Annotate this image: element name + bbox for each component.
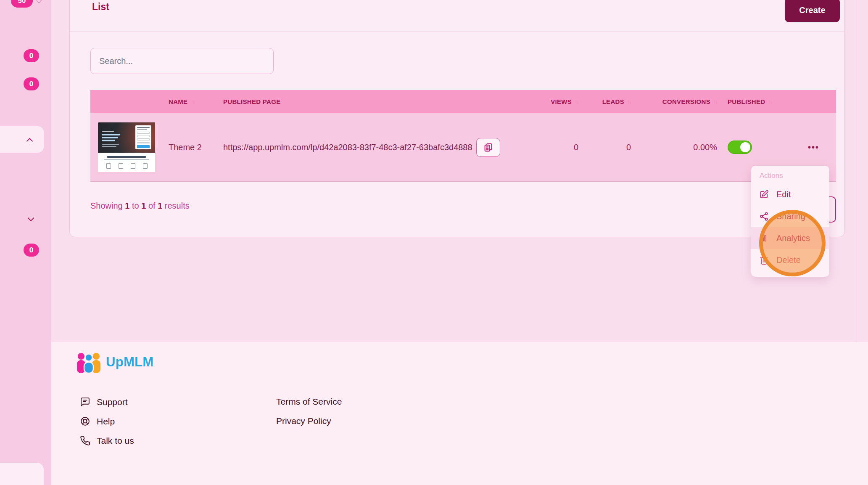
published-page-url: https://app.upmlm.com/lp/d42a2083-83f7-4… bbox=[223, 143, 472, 152]
sort-icon: ↑↓ bbox=[575, 98, 578, 105]
summary-total: 1 bbox=[158, 201, 162, 210]
footer-link-label: Terms of Service bbox=[276, 397, 342, 407]
menu-item-edit[interactable]: Edit bbox=[751, 183, 829, 205]
sort-icon: ↑↓ bbox=[713, 98, 717, 105]
clipboard-icon bbox=[483, 142, 494, 153]
actions-cell: ••• bbox=[789, 142, 836, 153]
sidebar-badge-1: 0 bbox=[24, 49, 39, 62]
footer-link-talk-to-us[interactable]: Talk to us bbox=[80, 435, 134, 446]
sidebar-counter-badge: 50 bbox=[11, 0, 33, 8]
column-header-views[interactable]: VIEWS ↑↓ bbox=[517, 98, 583, 105]
footer-link-label: Talk to us bbox=[97, 436, 134, 446]
footer-link-label: Privacy Policy bbox=[276, 416, 331, 426]
summary-to: 1 bbox=[141, 201, 146, 210]
actions-menu-label: Actions bbox=[751, 171, 829, 183]
phone-icon bbox=[80, 435, 90, 446]
summary-from: 1 bbox=[125, 201, 129, 210]
column-header-leads[interactable]: LEADS ↑↓ bbox=[583, 98, 635, 105]
copy-url-button[interactable] bbox=[476, 138, 500, 157]
footer-link-support[interactable]: Support bbox=[80, 397, 128, 407]
sort-icon: ↑↓ bbox=[190, 98, 194, 105]
thumbnail-hero bbox=[98, 122, 155, 153]
footer-link-label: Support bbox=[97, 397, 128, 407]
conversions-value: 0.00% bbox=[635, 143, 721, 152]
row-actions-button[interactable]: ••• bbox=[805, 142, 822, 153]
summary-text: results bbox=[162, 201, 189, 210]
brand-name: UpMLM bbox=[106, 355, 153, 370]
help-lifebuoy-icon bbox=[80, 416, 90, 427]
app-root: 50 ♡ 0 0 0 List Create NAME ↑↓ PUBLI bbox=[0, 0, 868, 485]
footer-link-privacy[interactable]: Privacy Policy bbox=[276, 416, 331, 426]
chat-bubble-icon bbox=[80, 397, 90, 407]
pages-table: NAME ↑↓ PUBLISHED PAGE VIEWS ↑↓ LEADS ↑↓… bbox=[90, 90, 836, 182]
list-card: List Create NAME ↑↓ PUBLISHED PAGE VIEWS… bbox=[69, 0, 845, 237]
footer-link-label: Help bbox=[97, 416, 115, 427]
sort-icon: ↑↓ bbox=[627, 98, 631, 105]
thumbnail-cell bbox=[90, 122, 164, 172]
footer-link-terms[interactable]: Terms of Service bbox=[276, 397, 342, 407]
column-header-published[interactable]: PUBLISHED ↑↓ bbox=[721, 98, 789, 105]
chevron-down-icon[interactable] bbox=[28, 215, 34, 222]
sidebar-item-expanded[interactable] bbox=[0, 126, 44, 153]
column-header-name[interactable]: NAME ↑↓ bbox=[164, 98, 223, 105]
card-header: List Create bbox=[70, 0, 844, 32]
toggle-knob bbox=[740, 142, 750, 152]
column-label: PUBLISHED bbox=[728, 98, 765, 105]
thumbnail-form bbox=[135, 125, 151, 149]
menu-item-label: Edit bbox=[776, 190, 791, 199]
table-row: Theme 2 https://app.upmlm.com/lp/d42a208… bbox=[90, 113, 836, 182]
published-page-cell: https://app.upmlm.com/lp/d42a2083-83f7-4… bbox=[223, 138, 517, 157]
footer-link-help[interactable]: Help bbox=[80, 416, 115, 427]
column-header-conversions[interactable]: CONVERSIONS ↑↓ bbox=[635, 98, 721, 105]
page-title: List bbox=[92, 1, 109, 13]
published-cell bbox=[721, 140, 789, 154]
summary-text: of bbox=[146, 201, 158, 210]
results-summary: Showing 1 to 1 of 1 results bbox=[90, 201, 190, 211]
leads-value: 0 bbox=[583, 143, 635, 152]
edit-icon bbox=[759, 190, 769, 199]
click-indicator bbox=[759, 210, 826, 276]
share-icon bbox=[759, 212, 769, 221]
column-label: VIEWS bbox=[551, 98, 572, 105]
views-value: 0 bbox=[517, 143, 583, 152]
thumbnail-body bbox=[98, 153, 155, 172]
chevron-up-icon bbox=[26, 138, 33, 145]
create-button[interactable]: Create bbox=[785, 0, 840, 22]
heart-icon: ♡ bbox=[35, 0, 43, 5]
column-header-published-page[interactable]: PUBLISHED PAGE bbox=[223, 98, 517, 105]
footer: UpMLM Support Help Talk to us Terms of bbox=[51, 342, 868, 485]
search-input[interactable] bbox=[90, 48, 274, 74]
people-logo-icon bbox=[76, 351, 102, 373]
brand-logo: UpMLM bbox=[76, 351, 153, 373]
column-label: CONVERSIONS bbox=[662, 98, 710, 105]
summary-text: Showing bbox=[90, 201, 125, 210]
sidebar-bottom-item[interactable] bbox=[0, 463, 44, 485]
sidebar: 50 ♡ 0 0 0 bbox=[0, 0, 51, 485]
published-toggle[interactable] bbox=[728, 140, 752, 154]
page-thumbnail bbox=[98, 122, 155, 172]
column-label: PUBLISHED PAGE bbox=[223, 98, 280, 105]
sidebar-badge-2: 0 bbox=[24, 77, 39, 90]
column-label: LEADS bbox=[602, 98, 624, 105]
column-label: NAME bbox=[169, 98, 187, 105]
summary-text: to bbox=[129, 201, 141, 210]
sort-icon: ↑↓ bbox=[768, 98, 772, 105]
content-divider bbox=[857, 0, 857, 342]
page-name: Theme 2 bbox=[164, 143, 223, 152]
table-header-row: NAME ↑↓ PUBLISHED PAGE VIEWS ↑↓ LEADS ↑↓… bbox=[90, 90, 836, 113]
sidebar-badge-3: 0 bbox=[24, 244, 39, 257]
